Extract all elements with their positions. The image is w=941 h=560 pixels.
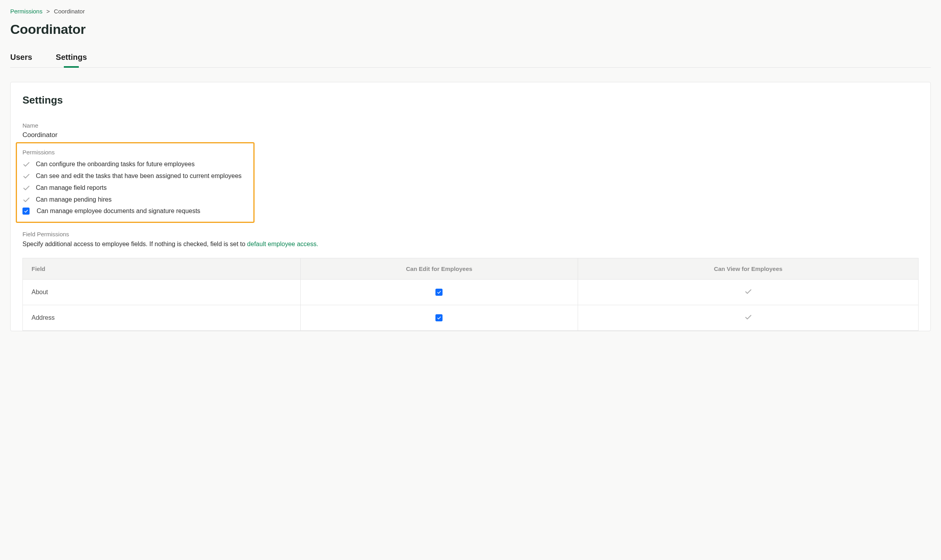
table-header-field: Field (23, 258, 301, 280)
breadcrumb-current: Coordinator (54, 8, 85, 15)
table-row: Address (23, 305, 919, 331)
checkbox-checked-icon[interactable] (435, 314, 443, 321)
permission-item: Can see and edit the tasks that have bee… (22, 172, 248, 180)
field-permissions-desc: Specify additional access to employee fi… (22, 241, 919, 248)
field-cell: Address (23, 305, 301, 331)
tab-users[interactable]: Users (10, 53, 32, 67)
view-cell (578, 305, 919, 331)
check-icon (22, 196, 30, 204)
permission-item: Can manage employee documents and signat… (22, 208, 248, 215)
breadcrumb-root-link[interactable]: Permissions (10, 8, 43, 15)
field-cell: About (23, 280, 301, 305)
table-header-can-edit: Can Edit for Employees (300, 258, 578, 280)
name-label: Name (22, 122, 919, 129)
permission-label: Can configure the onboarding tasks for f… (36, 161, 195, 168)
name-value: Coordinator (22, 131, 919, 139)
table-header-can-view: Can View for Employees (578, 258, 919, 280)
checkbox-checked-icon[interactable] (22, 208, 30, 215)
permission-item: Can manage pending hires (22, 196, 248, 204)
permission-item: Can configure the onboarding tasks for f… (22, 160, 248, 168)
permission-item: Can manage field reports (22, 184, 248, 192)
tabs: Users Settings (10, 53, 931, 68)
check-icon (22, 172, 30, 180)
page-title: Coordinator (10, 22, 931, 37)
check-icon (22, 160, 30, 168)
edit-cell (300, 305, 578, 331)
check-icon (22, 184, 30, 192)
view-cell (578, 280, 919, 305)
field-permissions-table: Field Can Edit for Employees Can View fo… (22, 258, 919, 331)
breadcrumb: Permissions > Coordinator (10, 8, 931, 15)
table-row: About (23, 280, 919, 305)
edit-cell (300, 280, 578, 305)
permission-label: Can manage field reports (36, 184, 107, 191)
panel-title: Settings (22, 94, 919, 106)
tab-settings[interactable]: Settings (56, 53, 87, 67)
field-permissions-label: Field Permissions (22, 231, 919, 237)
permission-label: Can manage pending hires (36, 196, 112, 203)
check-icon (744, 313, 752, 321)
permission-label: Can see and edit the tasks that have bee… (36, 172, 242, 180)
checkbox-checked-icon[interactable] (435, 289, 443, 296)
settings-panel: Settings Name Coordinator Permissions Ca… (10, 82, 931, 331)
check-icon (744, 287, 752, 295)
permissions-label: Permissions (22, 149, 248, 156)
permissions-highlight-box: Permissions Can configure the onboarding… (16, 142, 255, 223)
default-employee-access-link[interactable]: default employee access. (247, 241, 318, 247)
permission-label: Can manage employee documents and signat… (37, 208, 200, 215)
field-permissions-desc-text: Specify additional access to employee fi… (22, 241, 247, 247)
breadcrumb-separator: > (46, 8, 50, 15)
